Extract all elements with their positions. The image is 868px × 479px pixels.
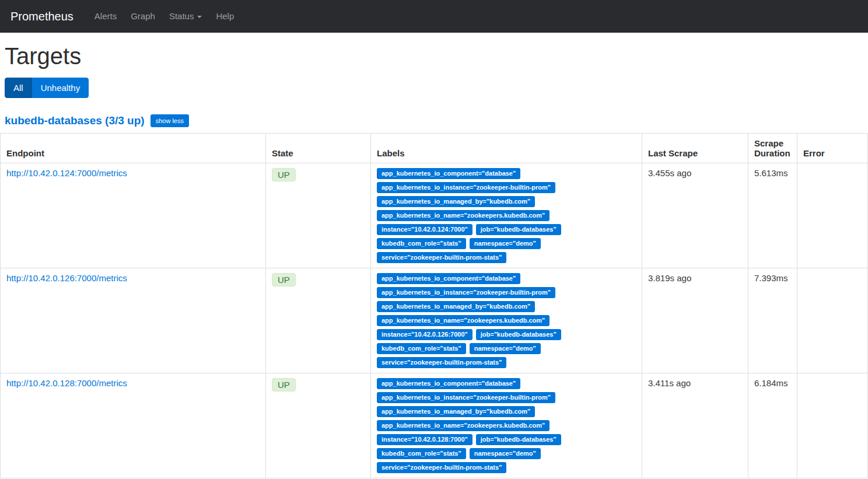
endpoint-cell: http://10.42.0.126:7000/metrics: [1, 268, 266, 373]
page-title: Targets: [5, 43, 868, 69]
table-row: http://10.42.0.126:7000/metrics UP app_k…: [1, 268, 868, 373]
label-badge: app_kubernetes_io_name="zookeepers.kubed…: [377, 420, 550, 431]
label-badge: app_kubernetes_io_instance="zookeeper-bu…: [377, 182, 555, 193]
endpoint-cell: http://10.42.0.124:7000/metrics: [1, 163, 266, 268]
nav-item-alerts[interactable]: Alerts: [88, 0, 124, 33]
state-badge: UP: [272, 378, 296, 391]
labels-list: app_kubernetes_io_component="database" a…: [377, 273, 636, 368]
label-badge: instance="10.42.0.124:7000": [377, 224, 473, 235]
col-header-labels: Labels: [371, 134, 642, 163]
scrape-duration-cell: 7.393ms: [748, 268, 797, 373]
label-badge: app_kubernetes_io_instance="zookeeper-bu…: [377, 392, 555, 403]
labels-cell: app_kubernetes_io_component="database" a…: [371, 163, 642, 268]
nav-menu: Alerts Graph Status Help: [88, 0, 241, 33]
endpoint-link[interactable]: http://10.42.0.126:7000/metrics: [6, 273, 127, 283]
last-scrape-cell: 3.455s ago: [642, 163, 748, 268]
labels-cell: app_kubernetes_io_component="database" a…: [371, 373, 642, 478]
col-header-scrape-duration: Scrape Duration: [748, 134, 797, 163]
label-badge: app_kubernetes_io_component="database": [377, 273, 520, 284]
label-badge: service="zookeeper-builtin-prom-stats": [377, 252, 506, 263]
label-badge: app_kubernetes_io_name="zookeepers.kubed…: [377, 210, 550, 221]
label-badge: instance="10.42.0.126:7000": [377, 329, 473, 340]
state-badge: UP: [272, 168, 296, 181]
label-badge: service="zookeeper-builtin-prom-stats": [377, 462, 506, 473]
endpoint-link[interactable]: http://10.42.0.124:7000/metrics: [6, 168, 127, 178]
label-badge: app_kubernetes_io_instance="zookeeper-bu…: [377, 287, 555, 298]
last-scrape-cell: 3.819s ago: [642, 268, 748, 373]
state-badge: UP: [272, 273, 296, 286]
label-badge: app_kubernetes_io_managed_by="kubedb.com…: [377, 406, 535, 417]
filter-button-group: All Unhealthy: [5, 78, 89, 98]
scrape-duration-cell: 6.184ms: [748, 373, 797, 478]
table-row: http://10.42.0.128:7000/metrics UP app_k…: [1, 373, 868, 478]
error-cell: [797, 163, 868, 268]
label-badge: app_kubernetes_io_component="database": [377, 378, 520, 389]
targets-table: Endpoint State Labels Last Scrape Scrape…: [0, 133, 868, 478]
error-cell: [797, 268, 868, 373]
label-badge: job="kubedb-databases": [476, 329, 561, 340]
col-header-endpoint: Endpoint: [1, 134, 266, 163]
caret-down-icon: [197, 16, 202, 18]
label-badge: job="kubedb-databases": [476, 224, 561, 235]
job-title-link[interactable]: kubedb-databases (3/3 up): [5, 114, 145, 127]
main-content: Targets All Unhealthy kubedb-databases (…: [0, 43, 868, 478]
job-header: kubedb-databases (3/3 up) show less: [5, 114, 868, 127]
state-cell: UP: [266, 268, 371, 373]
show-less-button[interactable]: show less: [150, 114, 189, 127]
label-badge: namespace="demo": [470, 343, 541, 354]
label-badge: namespace="demo": [470, 238, 541, 249]
labels-list: app_kubernetes_io_component="database" a…: [377, 378, 636, 473]
table-header-row: Endpoint State Labels Last Scrape Scrape…: [1, 134, 868, 163]
label-badge: app_kubernetes_io_managed_by="kubedb.com…: [377, 196, 535, 207]
endpoint-link[interactable]: http://10.42.0.128:7000/metrics: [6, 378, 127, 388]
label-badge: namespace="demo": [470, 448, 541, 459]
filter-all-button[interactable]: All: [5, 78, 32, 98]
label-badge: kubedb_com_role="stats": [377, 343, 466, 354]
error-cell: [797, 373, 868, 478]
label-badge: instance="10.42.0.128:7000": [377, 434, 473, 445]
nav-item-graph[interactable]: Graph: [124, 0, 162, 33]
navbar: Prometheus Alerts Graph Status Help: [0, 0, 868, 33]
last-scrape-cell: 3.411s ago: [642, 373, 748, 478]
nav-item-status[interactable]: Status: [162, 0, 209, 33]
scrape-duration-cell: 5.613ms: [748, 163, 797, 268]
label-badge: kubedb_com_role="stats": [377, 238, 466, 249]
filter-unhealthy-button[interactable]: Unhealthy: [32, 78, 89, 98]
label-badge: app_kubernetes_io_name="zookeepers.kubed…: [377, 315, 550, 326]
brand-link[interactable]: Prometheus: [5, 10, 79, 23]
label-badge: service="zookeeper-builtin-prom-stats": [377, 357, 506, 368]
state-cell: UP: [266, 163, 371, 268]
col-header-last-scrape: Last Scrape: [642, 134, 748, 163]
endpoint-cell: http://10.42.0.128:7000/metrics: [1, 373, 266, 478]
nav-item-status-label: Status: [169, 11, 194, 21]
labels-cell: app_kubernetes_io_component="database" a…: [371, 268, 642, 373]
labels-list: app_kubernetes_io_component="database" a…: [377, 168, 636, 263]
table-row: http://10.42.0.124:7000/metrics UP app_k…: [1, 163, 868, 268]
label-badge: job="kubedb-databases": [476, 434, 561, 445]
label-badge: app_kubernetes_io_component="database": [377, 168, 520, 179]
label-badge: kubedb_com_role="stats": [377, 448, 466, 459]
state-cell: UP: [266, 373, 371, 478]
nav-item-help[interactable]: Help: [209, 0, 241, 33]
col-header-error: Error: [797, 134, 868, 163]
col-header-state: State: [266, 134, 371, 163]
label-badge: app_kubernetes_io_managed_by="kubedb.com…: [377, 301, 535, 312]
